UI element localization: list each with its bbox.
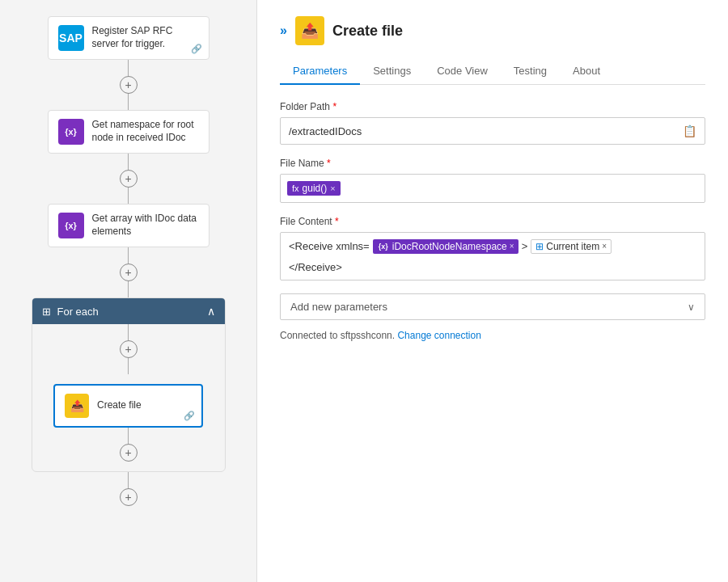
purple-icon-1: {x} xyxy=(58,119,84,145)
content-suffix-text: </Receive> xyxy=(289,261,342,273)
create-file-link-icon: 🔗 xyxy=(184,411,195,421)
add-button-3[interactable]: + xyxy=(120,264,138,281)
panel-title: Create file xyxy=(332,23,403,40)
current-item-close[interactable]: × xyxy=(602,242,607,251)
expand-button[interactable]: » xyxy=(280,23,287,38)
tab-settings[interactable]: Settings xyxy=(360,58,424,85)
foreach-grid-icon: ⊞ xyxy=(42,306,51,318)
tab-code-view[interactable]: Code View xyxy=(424,58,501,85)
line-3b xyxy=(128,281,129,297)
file-name-group: File Name * fx guid() × xyxy=(280,158,705,203)
idoc-namespace-close[interactable]: × xyxy=(510,242,514,251)
tab-parameters[interactable]: Parameters xyxy=(280,58,360,85)
inner-add-button-1[interactable]: + xyxy=(120,340,138,358)
current-item-text: Current item xyxy=(546,241,599,252)
line-2 xyxy=(128,154,129,170)
content-arrow: > xyxy=(522,240,528,252)
folder-path-input[interactable]: 📋 xyxy=(280,117,705,145)
inner-connector-2: + xyxy=(120,428,138,462)
inner-line-1 xyxy=(128,324,129,340)
right-panel: » 📤 Create file Parameters Settings Code… xyxy=(257,0,728,582)
get-array-card[interactable]: {x} Get array with IDoc data elements xyxy=(48,204,210,247)
file-content-field[interactable]: <Receive xmlns= {x} iDocRootNodeNamespac… xyxy=(280,232,705,280)
inner-line-1b xyxy=(128,358,129,374)
connection-prefix: Connected to sftpsshconn. xyxy=(280,330,395,341)
foreach-header-left: ⊞ For each xyxy=(42,306,99,318)
get-array-text: Get array with IDoc data elements xyxy=(92,213,199,238)
connection-info: Connected to sftpsshconn. Change connect… xyxy=(280,330,705,341)
add-button-4[interactable]: + xyxy=(120,488,138,506)
idoc-namespace-text: iDocRootNodeNamespace xyxy=(392,241,507,252)
connector-2: + xyxy=(120,154,138,204)
file-content-group: File Content * <Receive xmlns= {x} iDocR… xyxy=(280,216,705,280)
get-namespace-card[interactable]: {x} Get namespace for root node in recei… xyxy=(48,110,210,154)
get-namespace-text: Get namespace for root node in received … xyxy=(92,119,199,144)
create-file-text: Create file xyxy=(97,399,142,412)
add-params-label: Add new parameters xyxy=(290,301,387,313)
guid-token: fx guid() × xyxy=(287,181,341,196)
inner-line-2 xyxy=(128,428,129,444)
add-params-dropdown[interactable]: Add new parameters ∨ xyxy=(280,293,705,320)
panel-header: » 📤 Create file xyxy=(280,16,705,45)
current-item-token: ⊞ Current item × xyxy=(531,239,612,254)
connector-1: + xyxy=(120,60,138,110)
tabs-bar: Parameters Settings Code View Testing Ab… xyxy=(280,58,705,85)
register-sap-text: Register SAP RFC server for trigger. xyxy=(92,25,199,50)
foreach-container: ⊞ For each ∧ + 📤 Create file 🔗 + xyxy=(32,297,226,472)
line-3 xyxy=(128,247,129,264)
foreach-label: For each xyxy=(57,306,99,318)
tab-testing[interactable]: Testing xyxy=(501,58,560,85)
expr-icon: fx xyxy=(292,183,299,193)
file-name-label: File Name * xyxy=(280,158,705,169)
flow-container: SAP Register SAP RFC server for trigger.… xyxy=(8,16,248,506)
file-content-label: File Content * xyxy=(280,216,705,227)
change-connection-link[interactable]: Change connection xyxy=(397,330,480,341)
create-file-card[interactable]: 📤 Create file 🔗 xyxy=(53,384,203,428)
add-button-1[interactable]: + xyxy=(120,76,138,94)
sap-icon: SAP xyxy=(58,25,84,51)
panel-icon: 📤 xyxy=(295,16,324,45)
folder-selector-icon[interactable]: 📋 xyxy=(683,124,696,137)
content-prefix-text: <Receive xmlns= xyxy=(289,240,370,252)
file-name-token-container[interactable]: fx guid() × xyxy=(280,174,705,203)
guid-token-close[interactable]: × xyxy=(330,183,335,193)
foreach-collapse-icon[interactable]: ∧ xyxy=(207,305,215,318)
create-file-icon: 📤 xyxy=(65,394,89,418)
var-icon: {x} xyxy=(377,240,390,253)
register-sap-card[interactable]: SAP Register SAP RFC server for trigger.… xyxy=(48,16,210,60)
inner-connector-1: + xyxy=(120,324,138,374)
inner-add-button-2[interactable]: + xyxy=(120,444,138,462)
idoc-namespace-token: {x} iDocRootNodeNamespace × xyxy=(373,239,518,254)
link-icon: 🔗 xyxy=(191,44,202,54)
purple-icon-2: {x} xyxy=(58,213,84,238)
line-1 xyxy=(128,60,129,76)
line-1b xyxy=(128,94,129,110)
add-button-2[interactable]: + xyxy=(120,170,138,188)
foreach-header[interactable]: ⊞ For each ∧ xyxy=(32,298,225,324)
line-2b xyxy=(128,188,129,204)
left-panel: SAP Register SAP RFC server for trigger.… xyxy=(0,0,257,582)
add-params-chevron-icon: ∨ xyxy=(688,302,695,313)
folder-path-text-input[interactable] xyxy=(289,125,683,137)
connector-4: + xyxy=(120,472,138,506)
line-4 xyxy=(128,472,129,488)
connector-3: + xyxy=(120,247,138,297)
current-item-icon: ⊞ xyxy=(535,241,544,252)
guid-token-text: guid() xyxy=(303,183,328,194)
folder-path-group: Folder Path * 📋 xyxy=(280,101,705,145)
folder-path-label: Folder Path * xyxy=(280,101,705,112)
tab-about[interactable]: About xyxy=(560,58,613,85)
